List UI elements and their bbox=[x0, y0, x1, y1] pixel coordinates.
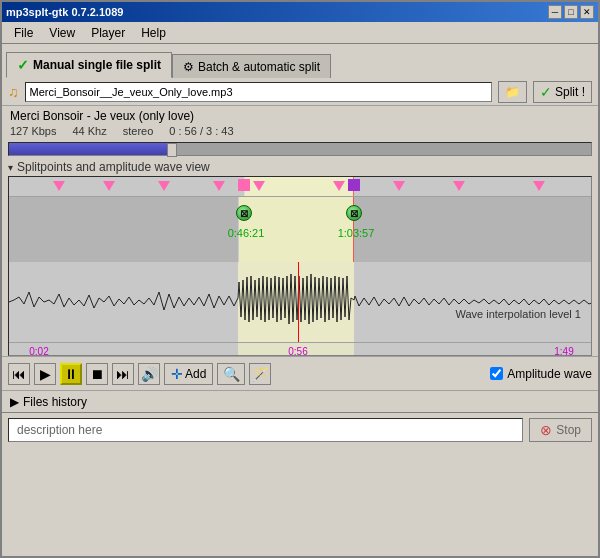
check-icon: ✓ bbox=[17, 57, 29, 73]
split-label: Split ! bbox=[555, 85, 585, 99]
waveform-svg bbox=[9, 262, 591, 342]
channels: stereo bbox=[123, 125, 154, 137]
left-circle-x: ⊠ bbox=[240, 208, 248, 219]
skip-back-button[interactable]: ⏮ bbox=[8, 363, 30, 385]
marker-9 bbox=[533, 181, 545, 191]
waveform-section: ▾ Splitpoints and amplitude wave view bbox=[2, 158, 598, 356]
music-icon: ♫ bbox=[8, 84, 19, 100]
marker-6 bbox=[333, 181, 345, 191]
folder-icon: 📁 bbox=[505, 85, 520, 99]
batch-icon: ⚙ bbox=[183, 60, 194, 74]
amplitude-checkbox-row: Amplitude wave bbox=[490, 367, 592, 381]
circles-region: ⊠ ⊠ 0:46:21 1:03:57 bbox=[9, 197, 591, 262]
tab-manual-split[interactable]: ✓ Manual single file split bbox=[6, 52, 172, 78]
song-details: 127 Kbps 44 Khz stereo 0 : 56 / 3 : 43 bbox=[10, 125, 590, 137]
time-ruler: 0:02 0:56 1:49 bbox=[9, 342, 591, 356]
status-bar: description here ⊗ Stop bbox=[2, 412, 598, 446]
marker-row bbox=[9, 177, 591, 197]
controls-bar: ⏮ ▶ ⏸ ⏹ ⏭ 🔊 ✛ Add 🔍 🪄 Amplitude wave bbox=[2, 356, 598, 390]
left-split-circle[interactable]: ⊠ bbox=[236, 205, 252, 221]
wand-button[interactable]: 🪄 bbox=[249, 363, 271, 385]
menu-player[interactable]: Player bbox=[83, 24, 133, 42]
song-info: Merci Bonsoir - Je veux (only love) 127 … bbox=[2, 106, 598, 140]
stop-button[interactable]: ⊗ Stop bbox=[529, 418, 592, 442]
add-label: Add bbox=[185, 367, 206, 381]
menu-bar: File View Player Help bbox=[2, 22, 598, 44]
progress-container bbox=[2, 140, 598, 158]
pause-button[interactable]: ⏸ bbox=[60, 363, 82, 385]
right-split-circle[interactable]: ⊠ bbox=[346, 205, 362, 221]
wave-interp-label: Wave interpolation level 1 bbox=[455, 308, 581, 320]
files-history[interactable]: ▶ Files history bbox=[2, 390, 598, 412]
file-input[interactable] bbox=[25, 82, 492, 102]
minimize-button[interactable]: ─ bbox=[548, 5, 562, 19]
ruler-label-start: 0:02 bbox=[29, 346, 48, 356]
tab-manual-label: Manual single file split bbox=[33, 58, 161, 72]
description-text: description here bbox=[17, 423, 102, 437]
split-check-icon: ✓ bbox=[540, 84, 552, 100]
tab-batch-label: Batch & automatic split bbox=[198, 60, 320, 74]
right-circle-x: ⊠ bbox=[350, 208, 358, 219]
time-display: 0 : 56 / 3 : 43 bbox=[169, 125, 233, 137]
frequency: 44 Khz bbox=[72, 125, 106, 137]
tabs-bar: ✓ Manual single file split ⚙ Batch & aut… bbox=[2, 44, 598, 78]
amplitude-checkbox[interactable] bbox=[490, 367, 503, 380]
folder-button[interactable]: 📁 bbox=[498, 81, 527, 103]
add-button[interactable]: ✛ Add bbox=[164, 363, 213, 385]
app-title: mp3splt-gtk 0.7.2.1089 bbox=[6, 6, 123, 18]
marker-8 bbox=[453, 181, 465, 191]
progress-thumb[interactable] bbox=[167, 143, 177, 157]
files-history-label: Files history bbox=[23, 395, 87, 409]
progress-fill bbox=[9, 143, 172, 155]
stop-ctrl-button[interactable]: ⏹ bbox=[86, 363, 108, 385]
window-controls: ─ □ ✕ bbox=[548, 5, 594, 19]
play-button[interactable]: ▶ bbox=[34, 363, 56, 385]
menu-file[interactable]: File bbox=[6, 24, 41, 42]
waveform-canvas: Wave interpolation level 1 bbox=[9, 262, 591, 342]
section-header: ▾ Splitpoints and amplitude wave view bbox=[8, 158, 592, 176]
marker-4 bbox=[213, 181, 225, 191]
binoculars-button[interactable]: 🔍 bbox=[217, 363, 245, 385]
collapse-arrow[interactable]: ▾ bbox=[8, 162, 13, 173]
stop-icon: ⊗ bbox=[540, 422, 552, 438]
ruler-label-end: 1:49 bbox=[554, 346, 573, 356]
tab-batch-split[interactable]: ⚙ Batch & automatic split bbox=[172, 54, 331, 78]
right-time-label: 1:03:57 bbox=[338, 227, 375, 239]
marker-2 bbox=[103, 181, 115, 191]
volume-button[interactable]: 🔊 bbox=[138, 363, 160, 385]
left-time-label: 0:46:21 bbox=[228, 227, 265, 239]
waveform-area[interactable]: ⊠ ⊠ 0:46:21 1:03:57 Wave interpolation l… bbox=[8, 176, 592, 356]
title-bar: mp3splt-gtk 0.7.2.1089 ─ □ ✕ bbox=[2, 2, 598, 22]
amplitude-label: Amplitude wave bbox=[507, 367, 592, 381]
maximize-button[interactable]: □ bbox=[564, 5, 578, 19]
playhead-line bbox=[298, 262, 299, 342]
song-title: Merci Bonsoir - Je veux (only love) bbox=[10, 109, 590, 123]
close-button[interactable]: ✕ bbox=[580, 5, 594, 19]
skip-fwd-button[interactable]: ⏭ bbox=[112, 363, 134, 385]
ruler-label-mid: 0:56 bbox=[288, 346, 307, 356]
marker-5 bbox=[253, 181, 265, 191]
left-square-handle[interactable] bbox=[238, 179, 250, 191]
marker-3 bbox=[158, 181, 170, 191]
right-square-handle[interactable] bbox=[348, 179, 360, 191]
file-row: ♫ 📁 ✓ Split ! bbox=[2, 78, 598, 106]
split-button[interactable]: ✓ Split ! bbox=[533, 81, 592, 103]
add-icon: ✛ bbox=[171, 366, 183, 382]
files-history-arrow: ▶ bbox=[10, 395, 19, 409]
marker-7 bbox=[393, 181, 405, 191]
menu-help[interactable]: Help bbox=[133, 24, 174, 42]
marker-1 bbox=[53, 181, 65, 191]
bitrate: 127 Kbps bbox=[10, 125, 56, 137]
stop-label: Stop bbox=[556, 423, 581, 437]
menu-view[interactable]: View bbox=[41, 24, 83, 42]
section-title: Splitpoints and amplitude wave view bbox=[17, 160, 210, 174]
progress-bar[interactable] bbox=[8, 142, 592, 156]
description-box: description here bbox=[8, 418, 523, 442]
